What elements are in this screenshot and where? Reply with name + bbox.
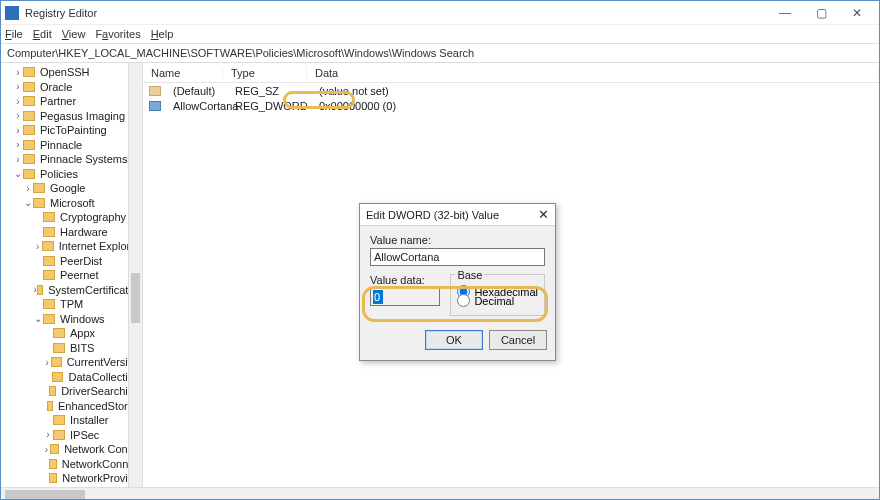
tree-item[interactable]: ›PicToPainting xyxy=(1,123,142,138)
chevron-right-icon[interactable]: › xyxy=(43,444,50,455)
col-header-type[interactable]: Type xyxy=(223,67,307,79)
chevron-right-icon[interactable]: › xyxy=(13,139,23,150)
tree-item[interactable]: ›IPSec xyxy=(1,428,142,443)
horizontal-scrollbar[interactable] xyxy=(5,490,875,499)
menu-file[interactable]: File xyxy=(5,28,23,40)
tree-item-label: OpenSSH xyxy=(38,66,92,78)
value-data-label: Value data: xyxy=(370,274,440,286)
tree-item[interactable]: DataCollection xyxy=(1,370,142,385)
folder-icon xyxy=(50,444,59,454)
value-name-input[interactable] xyxy=(370,248,545,266)
folder-icon xyxy=(53,415,65,425)
col-header-name[interactable]: Name xyxy=(143,67,223,79)
folder-icon xyxy=(42,241,53,251)
h-scroll-thumb[interactable] xyxy=(5,490,85,499)
tree-item[interactable]: EnhancedStorag xyxy=(1,399,142,414)
cancel-button[interactable]: Cancel xyxy=(489,330,547,350)
folder-icon xyxy=(37,285,43,295)
scrollbar-thumb[interactable] xyxy=(131,273,140,323)
tree-item-label: Cryptography xyxy=(58,211,128,223)
list-header: Name Type Data xyxy=(143,63,879,83)
menu-view[interactable]: View xyxy=(62,28,86,40)
edit-dword-dialog: Edit DWORD (32-bit) Value ✕ Value name: … xyxy=(359,203,556,361)
value-data-input[interactable] xyxy=(370,288,440,306)
app-icon xyxy=(5,6,19,20)
chevron-down-icon[interactable]: ⌄ xyxy=(23,197,33,208)
folder-icon xyxy=(43,212,55,222)
chevron-down-icon[interactable]: ⌄ xyxy=(13,168,23,179)
chevron-right-icon[interactable]: › xyxy=(13,96,23,107)
folder-icon xyxy=(23,96,35,106)
tree-item[interactable]: ›Pegasus Imaging xyxy=(1,109,142,124)
tree-item[interactable]: PeerDist xyxy=(1,254,142,269)
folder-icon xyxy=(23,140,35,150)
tree-item[interactable]: ›SystemCertificates xyxy=(1,283,142,298)
tree-item[interactable]: ›Google xyxy=(1,181,142,196)
chevron-right-icon[interactable]: › xyxy=(13,125,23,136)
tree-item[interactable]: ›CurrentVersion xyxy=(1,355,142,370)
col-header-data[interactable]: Data xyxy=(307,67,879,79)
address-bar[interactable]: Computer\HKEY_LOCAL_MACHINE\SOFTWARE\Pol… xyxy=(1,43,879,63)
folder-icon xyxy=(23,67,35,77)
chevron-down-icon[interactable]: ⌄ xyxy=(33,313,43,324)
dec-label: Decimal xyxy=(474,295,514,307)
tree-item-label: Appx xyxy=(68,327,97,339)
maximize-button[interactable]: ▢ xyxy=(803,2,839,24)
tree-item-label: TPM xyxy=(58,298,85,310)
list-row[interactable]: AllowCortanaREG_DWORD0x00000000 (0) xyxy=(143,98,879,113)
tree-item[interactable]: TPM xyxy=(1,297,142,312)
folder-icon xyxy=(53,430,65,440)
tree-item[interactable]: Cryptography xyxy=(1,210,142,225)
tree-item-label: PicToPainting xyxy=(38,124,109,136)
chevron-right-icon[interactable]: › xyxy=(13,154,23,165)
list-row[interactable]: (Default)REG_SZ(value not set) xyxy=(143,83,879,98)
tree-item[interactable]: Hardware xyxy=(1,225,142,240)
tree-item[interactable]: BITS xyxy=(1,341,142,356)
menu-help[interactable]: Help xyxy=(151,28,174,40)
tree-item[interactable]: Peernet xyxy=(1,268,142,283)
dialog-close-icon[interactable]: ✕ xyxy=(538,207,549,222)
tree-item-label: Pegasus Imaging xyxy=(38,110,127,122)
tree-item[interactable]: DriverSearching xyxy=(1,384,142,399)
tree-item[interactable]: ›OpenSSH xyxy=(1,65,142,80)
tree-item[interactable]: ›Oracle xyxy=(1,80,142,95)
tree-item[interactable]: ›Pinnacle xyxy=(1,138,142,153)
chevron-right-icon[interactable]: › xyxy=(33,241,42,252)
tree-scrollbar[interactable] xyxy=(128,63,142,487)
cell-type: REG_SZ xyxy=(227,85,311,97)
folder-icon xyxy=(23,125,35,135)
radio-decimal[interactable] xyxy=(457,294,470,307)
chevron-right-icon[interactable]: › xyxy=(13,81,23,92)
menu-favorites[interactable]: Favorites xyxy=(95,28,140,40)
tree-item[interactable]: ⌄Policies xyxy=(1,167,142,182)
tree-item-label: Pinnacle Systems xyxy=(38,153,129,165)
ok-button[interactable]: OK xyxy=(425,330,483,350)
minimize-button[interactable]: — xyxy=(767,2,803,24)
tree-item-label: Peernet xyxy=(58,269,101,281)
chevron-right-icon[interactable]: › xyxy=(13,67,23,78)
tree-item[interactable]: ›Pinnacle Systems xyxy=(1,152,142,167)
tree-item[interactable]: Installer xyxy=(1,413,142,428)
tree-item[interactable]: ›safer xyxy=(1,486,142,488)
chevron-right-icon[interactable]: › xyxy=(43,429,53,440)
close-button[interactable]: ✕ xyxy=(839,2,875,24)
chevron-right-icon[interactable]: › xyxy=(13,110,23,121)
menu-edit[interactable]: Edit xyxy=(33,28,52,40)
tree-item-label: Google xyxy=(48,182,87,194)
tree-item[interactable]: ›Network Conne xyxy=(1,442,142,457)
chevron-right-icon[interactable]: › xyxy=(23,183,33,194)
tree-item[interactable]: NetworkProvide xyxy=(1,471,142,486)
folder-icon xyxy=(43,314,55,324)
tree-item-label: Partner xyxy=(38,95,78,107)
folder-icon xyxy=(23,82,35,92)
tree-item[interactable]: ⌄Windows xyxy=(1,312,142,327)
tree-item[interactable]: ⌄Microsoft xyxy=(1,196,142,211)
tree-pane[interactable]: ›OpenSSH›Oracle›Partner›Pegasus Imaging›… xyxy=(1,63,143,487)
tree-item[interactable]: ›Internet Explorer xyxy=(1,239,142,254)
tree-item-label: Oracle xyxy=(38,81,74,93)
tree-item[interactable]: NetworkConnec xyxy=(1,457,142,472)
tree-item[interactable]: ›Partner xyxy=(1,94,142,109)
tree-item[interactable]: Appx xyxy=(1,326,142,341)
cell-type: REG_DWORD xyxy=(227,100,311,112)
chevron-right-icon[interactable]: › xyxy=(43,357,51,368)
